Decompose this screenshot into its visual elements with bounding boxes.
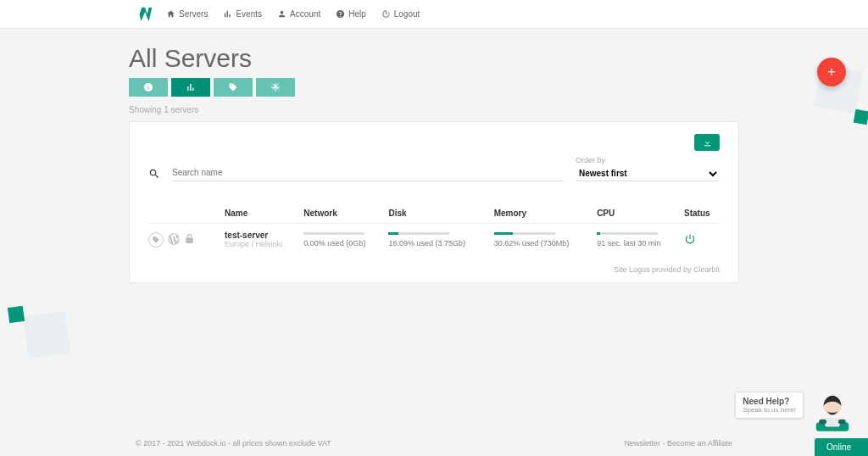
nav-label: Servers <box>179 9 208 19</box>
memory-bar <box>494 232 555 235</box>
svg-rect-1 <box>148 86 149 90</box>
svg-rect-7 <box>819 420 826 424</box>
add-button[interactable]: + <box>817 58 846 86</box>
view-tabs <box>129 78 739 97</box>
search-input[interactable] <box>172 164 564 181</box>
cpu-value: 91 sec. last 30 min <box>597 239 660 247</box>
help-title: Need Help? <box>743 397 796 406</box>
tab-stats[interactable] <box>171 78 210 97</box>
decoration <box>8 306 25 323</box>
col-name: Name <box>225 203 303 224</box>
order-label: Order by <box>576 156 720 164</box>
footer-left: © 2017 - 2021 Webdock.io - all prices sh… <box>136 439 331 448</box>
tab-info[interactable] <box>129 78 168 97</box>
download-button[interactable] <box>694 134 720 151</box>
servers-panel: Order by Newest first Name Network Disk … <box>129 121 739 283</box>
snowflake-icon <box>270 82 281 92</box>
nav-label: Help <box>348 9 366 19</box>
server-location: Europe / Helsinki <box>225 240 282 248</box>
tag-icon <box>228 82 238 92</box>
home-icon <box>166 9 175 19</box>
tab-tags[interactable] <box>214 78 253 97</box>
col-disk: Disk <box>388 203 493 224</box>
memory-value: 30.62% used (730Mb) <box>494 239 570 247</box>
col-status: Status <box>684 203 720 224</box>
nav-account[interactable]: Account <box>277 9 320 19</box>
status-power-icon[interactable] <box>684 238 696 247</box>
clearbit-note: Site Logos provided by Clearbit <box>148 265 720 274</box>
download-icon <box>703 138 712 147</box>
order-select[interactable]: Newest first <box>576 166 720 181</box>
servers-table: Name Network Disk Memory CPU Status <box>148 203 720 255</box>
disk-bar <box>388 232 449 235</box>
decoration <box>854 109 868 125</box>
svg-rect-2 <box>148 85 149 86</box>
info-icon <box>143 82 153 92</box>
brand-logo[interactable] <box>136 5 154 24</box>
nav-help[interactable]: Help <box>336 9 366 19</box>
table-row[interactable]: test-server Europe / Helsinki 0.00% used… <box>148 224 720 256</box>
nav-logout[interactable]: Logout <box>381 9 420 19</box>
top-navbar: Servers Events Account Help Logout <box>0 0 868 29</box>
nav-label: Logout <box>394 9 420 19</box>
page-title: All Servers <box>129 44 739 73</box>
footer: © 2017 - 2021 Webdock.io - all prices sh… <box>136 439 732 448</box>
help-sub: Speak to us here! <box>743 406 796 414</box>
col-memory: Memory <box>494 203 597 224</box>
lock-icon <box>184 233 195 246</box>
power-icon <box>381 9 391 19</box>
chart-icon <box>223 9 232 19</box>
tag-badge-icon <box>148 232 164 247</box>
nav-servers[interactable]: Servers <box>166 9 208 19</box>
nav-label: Events <box>236 9 262 19</box>
stats-icon <box>186 82 196 92</box>
wordpress-icon <box>167 232 181 247</box>
nav-label: Account <box>290 9 320 19</box>
network-bar <box>303 232 364 235</box>
support-status[interactable]: Online <box>815 438 868 456</box>
cpu-bar <box>597 232 658 235</box>
help-icon <box>336 9 345 19</box>
svg-point-3 <box>231 85 232 86</box>
tab-snapshot[interactable] <box>256 78 295 97</box>
svg-rect-8 <box>838 420 846 424</box>
nav-events[interactable]: Events <box>223 9 262 19</box>
help-bubble[interactable]: Need Help? Speak to us here! <box>735 392 804 419</box>
disk-value: 16.09% used (3.75Gb) <box>388 239 465 247</box>
svg-rect-6 <box>825 418 840 427</box>
col-network: Network <box>303 203 388 224</box>
search-icon <box>148 168 160 181</box>
decoration <box>23 311 70 359</box>
result-count: Showing 1 servers <box>129 105 739 114</box>
user-icon <box>277 9 287 19</box>
col-cpu: CPU <box>597 203 684 224</box>
support-avatar[interactable] <box>809 388 856 436</box>
network-value: 0.00% used (0Gb) <box>303 239 365 247</box>
footer-right[interactable]: Newsletter - Become an Affiliate <box>625 439 732 448</box>
server-name: test-server <box>225 231 303 240</box>
